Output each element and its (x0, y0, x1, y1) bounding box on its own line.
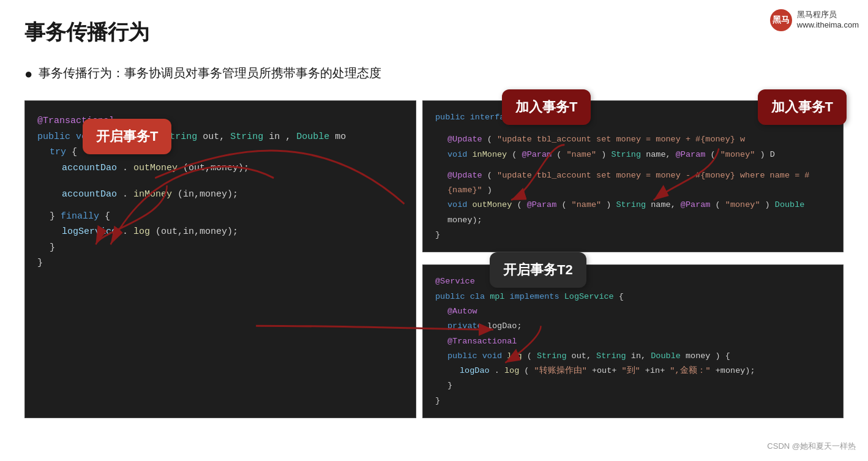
rb-line-8: } (435, 378, 831, 393)
badge-start-t2: 开启事务T2 (490, 252, 586, 288)
bullet-text: 事务传播行为：事务协调员对事务管理员所携带事务的处理态度 (39, 65, 381, 81)
code-line-9: } (37, 255, 403, 271)
badge-join-t1: 加入事务T (502, 89, 591, 125)
bullet-point: ● 事务传播行为：事务协调员对事务管理员所携带事务的处理态度 (24, 65, 844, 82)
code-line-4: accountDao . outMoney (out,money); (37, 160, 403, 176)
code-line-7: logService . log (out,in,money); (37, 224, 403, 240)
logo-area: 黑马 黑马程序员 www.itheima.com (770, 9, 859, 31)
bullet-dot: ● (24, 66, 32, 82)
logo-text: 黑马程序员 www.itheima.com (797, 10, 859, 31)
rb-line-6: public void log ( String out, String in,… (435, 349, 831, 364)
rt-line-4: @Update ( "update tbl_account set money … (435, 168, 831, 198)
code-line-6: } finally { (37, 209, 403, 225)
badge-start-t1: 开启事务T (83, 119, 171, 154)
badge-join-t1b: 加入事务T (758, 89, 847, 125)
page-container: 黑马 黑马程序员 www.itheima.com 事务传播行为 ● 事务传播行为… (0, 0, 868, 461)
logo-icon: 黑马 (770, 9, 792, 31)
right-section: public interface AccountDao { @Update ( … (422, 100, 844, 418)
rb-line-5: @Transactional (435, 334, 831, 349)
codes-wrapper: @Transactional public void transfer ( St… (24, 100, 844, 418)
rb-line-2: public cla mpl implements LogService { (435, 290, 831, 304)
rt-line-2: @Update ( "update tbl_account set money … (435, 132, 831, 147)
rb-line-7: logDao . log ( "转账操作由" +out+ "到" +in+ ",… (435, 364, 831, 378)
rt-line-3: void inMoney ( @Param ( "name" ) String … (435, 148, 831, 162)
rb-line-3: @Autow (435, 304, 831, 319)
code-line-8: } (37, 240, 403, 256)
code-line-5: accountDao . inMoney (in,money); (37, 187, 403, 203)
rt-line-6: } (435, 228, 831, 242)
rb-line-9: } (435, 394, 831, 408)
rb-line-4: private logDao; (435, 319, 831, 334)
footer-csdn: CSDN @她和夏天一样热 (767, 441, 856, 452)
page-title: 事务传播行为 (24, 18, 844, 47)
rt-line-5: void outMoney ( @Param ( "name" ) String… (435, 198, 831, 228)
right-bottom-code-block: @Service public cla mpl implements LogSe… (422, 264, 844, 418)
